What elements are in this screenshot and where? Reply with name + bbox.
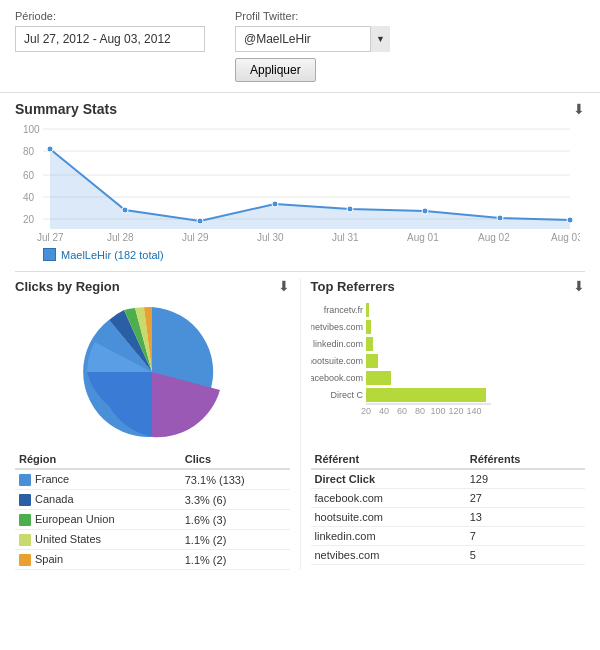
- svg-text:hootsuite.com: hootsuite.com: [311, 356, 363, 366]
- section-divider-1: [15, 271, 585, 272]
- referents-col-header: Référents: [466, 450, 585, 469]
- svg-rect-35: [366, 371, 391, 385]
- region-value: 1.6% (3): [181, 510, 290, 530]
- svg-point-15: [347, 206, 353, 212]
- svg-text:linkedin.com: linkedin.com: [312, 339, 362, 349]
- region-name: Spain: [15, 550, 181, 570]
- referrer-value: 27: [466, 489, 585, 508]
- table-row: netvibes.com 5: [311, 546, 586, 565]
- svg-text:Aug 03: Aug 03: [551, 232, 580, 243]
- region-name: European Union: [15, 510, 181, 530]
- clicks-col-header: Clics: [181, 450, 290, 469]
- svg-point-11: [47, 146, 53, 152]
- svg-text:60: 60: [396, 406, 406, 416]
- svg-text:20: 20: [360, 406, 370, 416]
- line-chart: 100 80 60 40 20 Jul: [15, 121, 585, 246]
- svg-rect-27: [366, 303, 369, 317]
- referrer-name: facebook.com: [311, 489, 466, 508]
- table-row: hootsuite.com 13: [311, 508, 586, 527]
- svg-text:Aug 01: Aug 01: [407, 232, 439, 243]
- region-value: 73.1% (133): [181, 469, 290, 490]
- referrers-download-icon[interactable]: ⬇: [573, 278, 585, 294]
- period-label: Période:: [15, 10, 205, 22]
- legend-link[interactable]: MaelLeHir (182 total): [61, 249, 164, 261]
- table-row: linkedin.com 7: [311, 527, 586, 546]
- svg-text:Jul 30: Jul 30: [257, 232, 284, 243]
- clicks-by-region: Clicks by Region ⬇: [15, 278, 300, 570]
- svg-text:100: 100: [23, 124, 40, 135]
- referrer-value: 5: [466, 546, 585, 565]
- two-col-section: Clicks by Region ⬇: [0, 278, 600, 570]
- region-name: France: [15, 469, 181, 490]
- svg-text:Direct C: Direct C: [330, 390, 363, 400]
- pie-chart-container: [15, 302, 290, 442]
- svg-text:80: 80: [23, 146, 35, 157]
- svg-text:Jul 29: Jul 29: [182, 232, 209, 243]
- summary-title: Summary Stats: [15, 101, 117, 117]
- region-title: Clicks by Region: [15, 279, 120, 294]
- svg-text:40: 40: [378, 406, 388, 416]
- referent-col-header: Référent: [311, 450, 466, 469]
- svg-text:francetv.fr: francetv.fr: [323, 305, 362, 315]
- referrer-value: 129: [466, 469, 585, 489]
- summary-download-icon[interactable]: ⬇: [573, 101, 585, 117]
- period-field-group: Période:: [15, 10, 205, 52]
- table-row: European Union 1.6% (3): [15, 510, 290, 530]
- svg-text:20: 20: [23, 214, 35, 225]
- twitter-input[interactable]: [235, 26, 390, 52]
- twitter-label: Profil Twitter:: [235, 10, 390, 22]
- svg-text:140: 140: [466, 406, 481, 416]
- svg-text:40: 40: [23, 192, 35, 203]
- region-col-header: Région: [15, 450, 181, 469]
- apply-button[interactable]: Appliquer: [235, 58, 316, 82]
- svg-point-16: [422, 208, 428, 214]
- region-download-icon[interactable]: ⬇: [278, 278, 290, 294]
- table-row: facebook.com 27: [311, 489, 586, 508]
- referrer-name: netvibes.com: [311, 546, 466, 565]
- table-row: France 73.1% (133): [15, 469, 290, 490]
- svg-text:netvibes.com: netvibes.com: [311, 322, 363, 332]
- table-row: Direct Click 129: [311, 469, 586, 489]
- region-table: Région Clics France 73.1% (133) Canada 3…: [15, 450, 290, 570]
- svg-point-12: [122, 207, 128, 213]
- referrer-name: Direct Click: [311, 469, 466, 489]
- svg-text:Jul 27: Jul 27: [37, 232, 64, 243]
- referrers-title: Top Referrers: [311, 279, 395, 294]
- svg-point-18: [567, 217, 573, 223]
- svg-rect-31: [366, 337, 373, 351]
- line-chart-svg: 100 80 60 40 20 Jul: [15, 121, 580, 246]
- table-row: Spain 1.1% (2): [15, 550, 290, 570]
- region-value: 1.1% (2): [181, 550, 290, 570]
- referrers-table: Référent Référents Direct Click 129 face…: [311, 450, 586, 565]
- top-referrers: Top Referrers ⬇ francetv.fr netvibes.com…: [300, 278, 586, 570]
- svg-point-14: [272, 201, 278, 207]
- svg-text:120: 120: [448, 406, 463, 416]
- referrer-name: hootsuite.com: [311, 508, 466, 527]
- legend-checkbox-icon[interactable]: [43, 248, 56, 261]
- referrer-value: 7: [466, 527, 585, 546]
- table-row: Canada 3.3% (6): [15, 490, 290, 510]
- table-row: United States 1.1% (2): [15, 530, 290, 550]
- referrer-name: linkedin.com: [311, 527, 466, 546]
- svg-text:Jul 31: Jul 31: [332, 232, 359, 243]
- svg-text:facebook.com: facebook.com: [311, 373, 363, 383]
- svg-point-17: [497, 215, 503, 221]
- period-input[interactable]: [15, 26, 205, 52]
- region-value: 1.1% (2): [181, 530, 290, 550]
- svg-text:Jul 28: Jul 28: [107, 232, 134, 243]
- pie-chart-svg: [72, 302, 232, 442]
- bar-chart-container: francetv.fr netvibes.com linkedin.com ho…: [311, 298, 586, 446]
- svg-rect-29: [366, 320, 371, 334]
- dropdown-arrow-icon[interactable]: ▼: [370, 26, 390, 52]
- summary-section: Summary Stats ⬇ 100 80 60 40 20: [0, 93, 600, 265]
- bar-chart-svg: francetv.fr netvibes.com linkedin.com ho…: [311, 298, 581, 443]
- region-name: Canada: [15, 490, 181, 510]
- region-value: 3.3% (6): [181, 490, 290, 510]
- svg-rect-33: [366, 354, 378, 368]
- svg-rect-37: [366, 388, 486, 402]
- twitter-field-group: Profil Twitter: ▼ Appliquer: [235, 10, 390, 82]
- svg-text:100: 100: [430, 406, 445, 416]
- referrer-value: 13: [466, 508, 585, 527]
- chart-legend: MaelLeHir (182 total): [43, 248, 585, 261]
- top-controls: Période: Profil Twitter: ▼ Appliquer: [0, 0, 600, 93]
